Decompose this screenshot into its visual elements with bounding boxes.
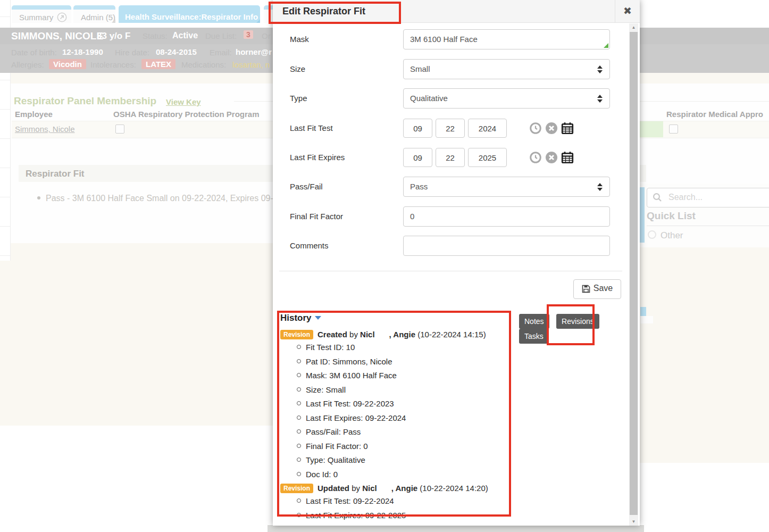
final-fit-factor-input[interactable]: 0 xyxy=(403,206,610,227)
external-link-icon xyxy=(57,12,67,22)
list-item: Doc Id: 0 xyxy=(306,470,515,479)
view-key-link[interactable]: View Key xyxy=(166,97,201,106)
search-icon xyxy=(653,193,662,202)
notes-button[interactable]: Notes xyxy=(519,314,549,329)
size-label: Size xyxy=(290,64,305,73)
calendar-icon[interactable] xyxy=(561,122,574,135)
clear-date-icon[interactable] xyxy=(545,122,558,135)
rail-divider xyxy=(0,168,10,168)
close-icon[interactable]: ✖ xyxy=(615,0,640,23)
mask-textarea[interactable]: 3M 6100 Half Face xyxy=(403,29,610,49)
pass-fail-select[interactable]: Pass xyxy=(403,177,610,197)
history-section: History RevisionCreated by Nicl, Angie (… xyxy=(280,313,515,525)
quick-list-item-other[interactable]: Other xyxy=(648,230,683,241)
select-arrows-icon xyxy=(597,183,603,191)
chevron-down-icon xyxy=(315,316,321,320)
search-input[interactable]: Search... xyxy=(647,188,769,207)
select-arrows-icon xyxy=(597,65,603,73)
size-select[interactable]: Small xyxy=(403,59,610,79)
modal-title: Edit Respirator Fit xyxy=(282,6,365,17)
tasks-button[interactable]: Tasks xyxy=(519,329,549,344)
email-label: Email: xyxy=(210,48,232,57)
scroll-up-icon[interactable]: ▲ xyxy=(629,23,638,31)
lft-year-input[interactable] xyxy=(468,119,507,138)
revision-entry-header: RevisionUpdated by Nicl, Angie (10-22-20… xyxy=(280,484,515,493)
comments-input[interactable] xyxy=(403,236,610,256)
list-item: Final Fit Factor: 0 xyxy=(306,442,515,451)
patient-name: SIMMONS, NICOLE xyxy=(11,30,103,42)
quick-list-divider xyxy=(647,226,769,226)
modal-header: Edit Respirator Fit ✖ xyxy=(273,0,640,23)
calendar-icon[interactable] xyxy=(561,151,574,164)
lfe-year-input[interactable] xyxy=(468,148,507,167)
tab-summary[interactable]: Summary xyxy=(12,5,71,23)
medications-value: losartan, n xyxy=(232,60,270,69)
tab-summary-label: Summary xyxy=(19,13,53,22)
background-fragment-white xyxy=(640,316,653,323)
type-select[interactable]: Qualitative xyxy=(403,88,610,109)
revisions-button[interactable]: Revisions xyxy=(556,314,599,329)
modal-scrollbar[interactable]: ▲ ▼ xyxy=(629,23,638,526)
after-due-text: Or xyxy=(262,31,271,40)
dob-label: Date of birth: xyxy=(11,48,57,57)
lfe-day-input[interactable] xyxy=(436,148,465,167)
osha-checkbox[interactable] xyxy=(115,124,124,134)
history-heading[interactable]: History xyxy=(280,313,515,323)
hire-label: Hire date: xyxy=(115,48,149,57)
tab-admin[interactable]: Admin (5) xyxy=(73,5,115,23)
rail-divider xyxy=(0,138,10,139)
intolerances-label: Intolerances: xyxy=(90,60,136,69)
allergies-label: Allergies: xyxy=(11,60,44,69)
app-window: Summary Admin (5) Health Surveillance:Re… xyxy=(0,0,769,532)
list-item: Last Fit Test: 09-22-2024 xyxy=(306,496,515,505)
field-row-final-fit-factor: Final Fit Factor 0 xyxy=(290,206,625,227)
resize-grip-icon[interactable] xyxy=(604,43,608,48)
search-placeholder: Search... xyxy=(668,193,703,202)
field-row-size: Size Small xyxy=(290,59,625,79)
panel-title: Respirator Panel Membership xyxy=(14,95,156,107)
list-item: Fit Test ID: 10 xyxy=(306,343,515,352)
respirator-fit-title: Respirator Fit xyxy=(26,169,85,179)
lft-day-input[interactable] xyxy=(436,119,465,138)
field-row-type: Type Qualitative xyxy=(290,88,625,109)
tab-cap xyxy=(12,5,71,10)
scroll-down-icon[interactable]: ▼ xyxy=(629,518,638,526)
tab-health-surveillance[interactable]: Health Surveillance:Respirator Info xyxy=(119,5,260,23)
select-arrows-icon xyxy=(597,95,603,103)
tab-fold xyxy=(112,19,115,23)
type-label: Type xyxy=(290,94,307,103)
due-list-badge[interactable]: 3 xyxy=(244,30,253,39)
tab-fold xyxy=(256,19,260,23)
medications-label: Medications: xyxy=(181,60,226,69)
clock-icon[interactable] xyxy=(529,151,542,164)
medical-checkbox[interactable] xyxy=(669,124,678,134)
field-row-mask: Mask 3M 6100 Half Face xyxy=(290,29,625,49)
employee-link[interactable]: Simmons, Nicole xyxy=(15,124,75,134)
col-employee: Employee xyxy=(15,110,53,119)
clock-icon[interactable] xyxy=(529,122,542,135)
final-fit-factor-label: Final Fit Factor xyxy=(290,212,343,221)
col-osha: OSHA Respiratory Protection Program xyxy=(113,110,260,119)
tab-cap xyxy=(73,5,115,10)
save-button[interactable]: Save xyxy=(573,279,621,299)
col-medical: Respirator Medical Appro xyxy=(666,110,763,119)
field-row-last-fit-test: Last Fit Test xyxy=(290,118,625,138)
modal-bottom-band xyxy=(268,525,644,532)
dob-value: 12-18-1990 xyxy=(62,47,103,56)
field-row-last-fit-expires: Last Fit Expires xyxy=(290,147,625,168)
allergy-badge[interactable]: Vicodin xyxy=(49,59,86,69)
revision-badge: Revision xyxy=(280,330,313,339)
list-item: Type: Qualitative xyxy=(306,455,515,464)
lfe-month-input[interactable] xyxy=(403,148,432,167)
list-item: Last Fit Expires: 09-22-2024 xyxy=(306,413,515,422)
lft-month-input[interactable] xyxy=(403,119,432,138)
list-item: Mask: 3M 6100 Half Face xyxy=(306,371,515,380)
due-list-label: Due List: xyxy=(205,31,237,40)
clear-date-icon[interactable] xyxy=(545,151,558,164)
list-item: Last Fit Test: 09-22-2023 xyxy=(306,399,515,408)
intolerance-badge[interactable]: LATEX xyxy=(141,59,175,69)
tab-admin-label: Admin (5) xyxy=(81,13,115,22)
scrollbar-thumb[interactable] xyxy=(630,32,638,515)
rail-divider xyxy=(0,109,10,110)
revision-detail-list: Last Fit Test: 09-22-2024 Last Fit Expir… xyxy=(280,496,515,520)
